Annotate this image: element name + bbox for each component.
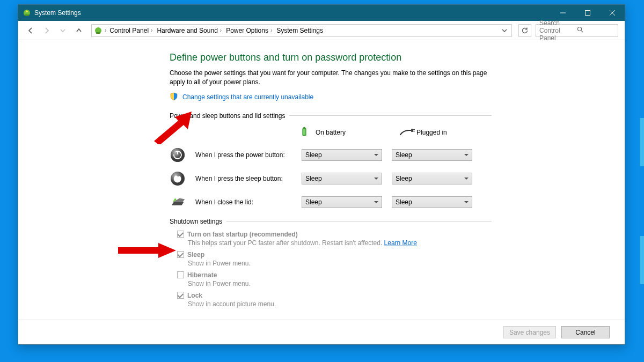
chk-lock: Lock Show in account picture menu. <box>177 292 492 308</box>
checkbox-hibernate[interactable] <box>177 271 184 278</box>
row-lid-label: When I close the lid: <box>195 198 292 206</box>
svg-rect-12 <box>303 129 306 135</box>
svg-rect-13 <box>411 129 413 132</box>
svg-rect-7 <box>96 32 100 34</box>
svg-rect-11 <box>303 127 305 128</box>
chk-sleep-desc: Show in Power menu. <box>188 260 492 267</box>
crumb-hardware-sound[interactable]: Hardware and Sound› <box>156 27 223 34</box>
window-title: System Settings <box>34 9 81 17</box>
annotation-arrow-2 <box>118 243 177 259</box>
combo-lid-battery[interactable]: Sleep <box>302 196 382 208</box>
chevron-right-icon: › <box>105 27 106 33</box>
svg-line-9 <box>581 31 583 32</box>
column-headers: On battery Plugged in <box>298 125 492 141</box>
combo-sleep-plugged[interactable]: Sleep <box>392 173 472 184</box>
search-input[interactable]: Search Control Panel <box>536 24 618 37</box>
battery-icon <box>298 125 311 141</box>
chk-hibernate-label: Hibernate <box>187 271 217 279</box>
combo-power-plugged[interactable]: Sleep <box>392 149 472 161</box>
chk-sleep: Sleep Show in Power menu. <box>177 251 492 267</box>
maximize-button[interactable] <box>575 5 600 21</box>
crumb-power-options[interactable]: Power Options› <box>225 27 273 34</box>
row-sleep-label: When I press the sleep button: <box>195 175 292 182</box>
checkbox-lock[interactable] <box>177 292 184 299</box>
col-plugged-label: Plugged in <box>416 129 447 136</box>
search-placeholder: Search Control Panel <box>539 19 577 42</box>
svg-point-8 <box>578 27 582 31</box>
lid-icon <box>170 194 186 210</box>
window: System Settings › Control Panel› Hardwar… <box>18 4 625 345</box>
row-close-lid: When I close the lid: Sleep Sleep <box>170 194 492 210</box>
chk-sleep-label: Sleep <box>187 251 204 258</box>
minimize-button[interactable] <box>551 5 575 21</box>
power-options-icon <box>23 9 31 17</box>
footer: Save changes Cancel <box>18 320 625 344</box>
back-button[interactable] <box>25 25 36 36</box>
combo-lid-plugged[interactable]: Sleep <box>392 196 472 208</box>
checkbox-fast-startup[interactable] <box>177 231 184 238</box>
chk-hibernate-desc: Show in Power menu. <box>188 280 492 287</box>
forward-button[interactable] <box>41 25 53 36</box>
combo-sleep-battery[interactable]: Sleep <box>302 173 382 184</box>
navbar: › Control Panel› Hardware and Sound› Pow… <box>18 21 625 40</box>
section-shutdown: Shutdown settings <box>170 218 492 225</box>
row-sleep-button: When I press the sleep button: Sleep Sle… <box>170 171 492 187</box>
titlebar: System Settings <box>18 5 625 21</box>
search-icon <box>577 26 614 34</box>
crumb-system-settings[interactable]: System Settings <box>275 27 324 34</box>
page-title: Define power buttons and turn on passwor… <box>170 52 492 63</box>
control-panel-icon <box>94 26 103 35</box>
crumb-control-panel[interactable]: Control Panel› <box>108 27 153 34</box>
up-button[interactable] <box>73 25 85 36</box>
power-button-icon <box>170 147 186 163</box>
save-button[interactable]: Save changes <box>503 326 556 338</box>
shield-icon <box>170 92 178 102</box>
breadcrumb-dropdown[interactable] <box>500 25 509 36</box>
refresh-button[interactable] <box>518 24 531 37</box>
page-subtitle: Choose the power settings that you want … <box>170 69 492 87</box>
cancel-button[interactable]: Cancel <box>561 326 610 338</box>
svg-marker-22 <box>118 243 176 258</box>
section-power-buttons: Power and sleep buttons and lid settings <box>170 112 492 120</box>
sleep-button-icon <box>170 171 186 187</box>
learn-more-link[interactable]: Learn More <box>384 239 417 247</box>
svg-point-17 <box>171 148 185 162</box>
svg-rect-1 <box>25 14 29 16</box>
close-button[interactable] <box>600 5 625 21</box>
svg-rect-3 <box>586 11 590 16</box>
chk-fast-startup-desc: This helps start your PC faster after sh… <box>188 239 492 247</box>
chk-fast-startup-label: Turn on fast startup (recommended) <box>187 231 298 238</box>
recent-dropdown[interactable] <box>57 25 69 36</box>
breadcrumb[interactable]: › Control Panel› Hardware and Sound› Pow… <box>91 24 512 37</box>
checkbox-sleep[interactable] <box>177 251 184 258</box>
row-power-label: When I press the power button: <box>195 151 292 159</box>
content-area: Define power buttons and turn on passwor… <box>18 40 625 320</box>
chk-hibernate: Hibernate Show in Power menu. <box>177 271 492 287</box>
change-settings-link[interactable]: Change settings that are currently unava… <box>182 93 313 101</box>
plug-icon <box>399 128 412 138</box>
col-battery-label: On battery <box>316 129 346 136</box>
chk-lock-label: Lock <box>187 292 202 299</box>
chk-lock-desc: Show in account picture menu. <box>188 300 492 308</box>
chk-fast-startup: Turn on fast startup (recommended) This … <box>177 231 492 247</box>
row-power-button: When I press the power button: Sleep Sle… <box>170 147 492 163</box>
combo-power-battery[interactable]: Sleep <box>302 149 382 161</box>
